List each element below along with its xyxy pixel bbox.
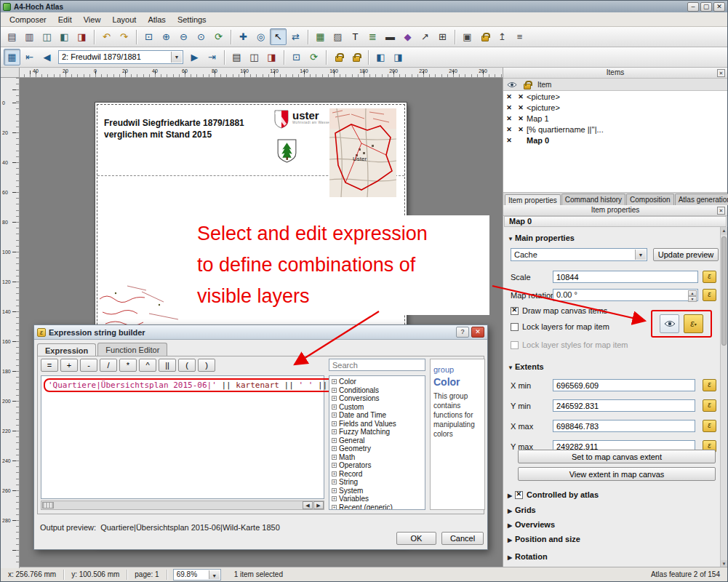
function-group-general[interactable]: +General — [329, 436, 425, 445]
function-group-conversions[interactable]: +Conversions — [329, 394, 425, 403]
operator-button[interactable]: ) — [198, 359, 215, 372]
function-group-fields-and-values[interactable]: +Fields and Values — [329, 420, 425, 428]
scroll-up-icon[interactable]: ▲ — [721, 227, 727, 235]
chevron-down-icon[interactable]: ▼ — [209, 570, 220, 579]
scrollbar-thumb[interactable] — [721, 236, 727, 346]
panel-left-button[interactable]: ◧ — [372, 49, 389, 65]
menu-edit[interactable]: Edit — [52, 14, 78, 25]
visibility-preset-button[interactable] — [660, 314, 679, 333]
export-pdf-button[interactable]: ◨ — [73, 28, 90, 45]
set-to-map-canvas-extent-button[interactable]: Set to map canvas extent — [518, 450, 716, 463]
lock-item-button[interactable] — [476, 28, 493, 45]
xmin-data-defined-button[interactable]: ε — [703, 379, 716, 391]
zoom-tool-button[interactable]: ◎ — [252, 28, 269, 45]
zoom-combo[interactable]: 69.8% ▼ — [173, 569, 221, 581]
ymin-data-defined-button[interactable]: ε — [703, 399, 716, 412]
draw-canvas-items-checkbox[interactable]: Draw map canvas items — [511, 306, 607, 315]
visibility-checkbox[interactable]: ✕ — [503, 115, 515, 122]
lock-styles-button[interactable] — [348, 49, 364, 65]
add-label-button[interactable]: T — [347, 28, 364, 45]
expand-icon[interactable]: + — [332, 388, 337, 393]
atlas-preview-button[interactable]: ▦ — [4, 49, 20, 65]
cache-mode-combo[interactable]: Cache ▼ — [511, 248, 647, 261]
rotation-group[interactable]: ▶Rotation — [508, 552, 548, 561]
close-properties-panel-icon[interactable]: ✕ — [717, 207, 725, 215]
expand-icon[interactable]: + — [332, 438, 337, 443]
lock-checkbox[interactable]: ✕ — [515, 115, 527, 122]
function-group-conditionals[interactable]: +Conditionals — [329, 386, 425, 395]
help-button[interactable]: ? — [456, 327, 469, 338]
export-atlas-pdf-button[interactable]: ◨ — [263, 49, 280, 65]
xmin-input[interactable] — [553, 379, 695, 391]
expand-icon[interactable]: + — [332, 471, 337, 477]
expand-icon[interactable]: + — [332, 412, 337, 418]
add-scalebar-button[interactable]: ▬ — [382, 28, 399, 45]
operator-button[interactable]: ( — [178, 359, 196, 372]
properties-scrollbar[interactable]: ▲ ▼ — [720, 227, 727, 568]
lock-checkbox[interactable]: ✕ — [515, 104, 527, 111]
xmax-input[interactable] — [553, 420, 695, 432]
items-tree[interactable]: ✕✕<picture>✕✕<picture>✕✕Map 1✕✕[% quarti… — [503, 91, 727, 193]
items-tree-row[interactable]: ✕Map 0 — [503, 135, 727, 146]
search-input[interactable] — [329, 359, 425, 371]
spin-up-icon[interactable]: ▲ — [688, 290, 697, 296]
first-feature-button[interactable]: ⇤ — [21, 49, 38, 65]
align-items-button[interactable]: ≡ — [511, 28, 528, 45]
lock-layers-button[interactable] — [330, 49, 347, 65]
expand-icon[interactable]: + — [332, 421, 337, 426]
export-atlas-image-button[interactable]: ◫ — [246, 49, 263, 65]
items-tree-row[interactable]: ✕✕Map 1 — [503, 113, 727, 124]
position-and-size-group[interactable]: ▶Position and size — [508, 535, 580, 543]
zoom-full-atlas-button[interactable]: ⊡ — [288, 49, 305, 65]
function-group-tree[interactable]: +Color+Conditionals+Conversions+Custom+D… — [329, 375, 425, 510]
operator-button[interactable]: = — [41, 359, 58, 372]
visibility-checkbox[interactable]: ✕ — [503, 93, 515, 100]
function-group-geometry[interactable]: +Geometry — [329, 445, 425, 453]
add-map-button[interactable]: ▦ — [312, 28, 329, 45]
tab-composition[interactable]: Composition — [626, 194, 674, 205]
operator-button[interactable]: - — [80, 359, 97, 372]
raise-item-button[interactable]: ↥ — [494, 28, 511, 45]
atlas-feature-combo[interactable]: 2: Freudwil 1879/1881 ▼ — [58, 50, 183, 64]
function-group-math[interactable]: +Math — [329, 453, 425, 462]
ok-button[interactable]: OK — [396, 532, 436, 545]
function-group-variables[interactable]: +Variables — [329, 495, 425, 503]
function-group-recent-generic-[interactable]: +Recent (generic) — [329, 503, 425, 511]
pan-button[interactable]: ✚ — [235, 28, 252, 45]
save-template-button[interactable]: ▤ — [4, 28, 20, 45]
expand-icon[interactable]: + — [332, 379, 337, 384]
expand-icon[interactable]: + — [332, 404, 337, 410]
add-table-button[interactable]: ⊞ — [434, 28, 451, 45]
overviews-group[interactable]: ▶Overviews — [508, 520, 555, 529]
main-properties-group[interactable]: ▼Main properties — [508, 234, 575, 242]
redo-button[interactable]: ↷ — [116, 28, 132, 45]
extents-group[interactable]: ▼Extents — [508, 362, 544, 371]
function-group-color[interactable]: +Color — [329, 378, 425, 386]
zoom-actual-button[interactable]: ⊙ — [193, 28, 209, 45]
zoom-full-button[interactable]: ⊡ — [140, 28, 157, 45]
add-shape-button[interactable]: ◆ — [399, 28, 416, 45]
load-template-button[interactable]: ▥ — [21, 28, 38, 45]
last-feature-button[interactable]: ⇥ — [204, 49, 220, 65]
cancel-button[interactable]: Cancel — [441, 532, 484, 545]
lock-checkbox[interactable]: ✕ — [515, 93, 527, 100]
menu-composer[interactable]: Composer — [4, 14, 52, 25]
rotation-data-defined-button[interactable]: ε — [703, 289, 716, 301]
ymin-input[interactable] — [553, 399, 695, 412]
xmax-data-defined-button[interactable]: ε — [703, 420, 716, 432]
layers-data-defined-button[interactable]: ε▾ — [684, 314, 703, 333]
menu-settings[interactable]: Settings — [172, 14, 212, 25]
previous-feature-button[interactable]: ◀ — [39, 49, 55, 65]
add-image-button[interactable]: ▨ — [329, 28, 346, 45]
scroll-grip[interactable] — [42, 502, 54, 509]
scroll-right-icon[interactable]: ▶ — [313, 501, 324, 509]
function-group-string[interactable]: +String — [329, 478, 425, 487]
chevron-down-icon[interactable]: ▼ — [171, 52, 182, 63]
close-dialog-button[interactable]: ✕ — [471, 327, 484, 338]
next-feature-button[interactable]: ▶ — [186, 49, 203, 65]
scale-input[interactable] — [553, 271, 698, 283]
function-group-operators[interactable]: +Operators — [329, 461, 425, 470]
items-tree-row[interactable]: ✕✕<picture> — [503, 102, 727, 113]
operator-button[interactable]: * — [119, 359, 137, 372]
function-group-custom[interactable]: +Custom — [329, 403, 425, 412]
